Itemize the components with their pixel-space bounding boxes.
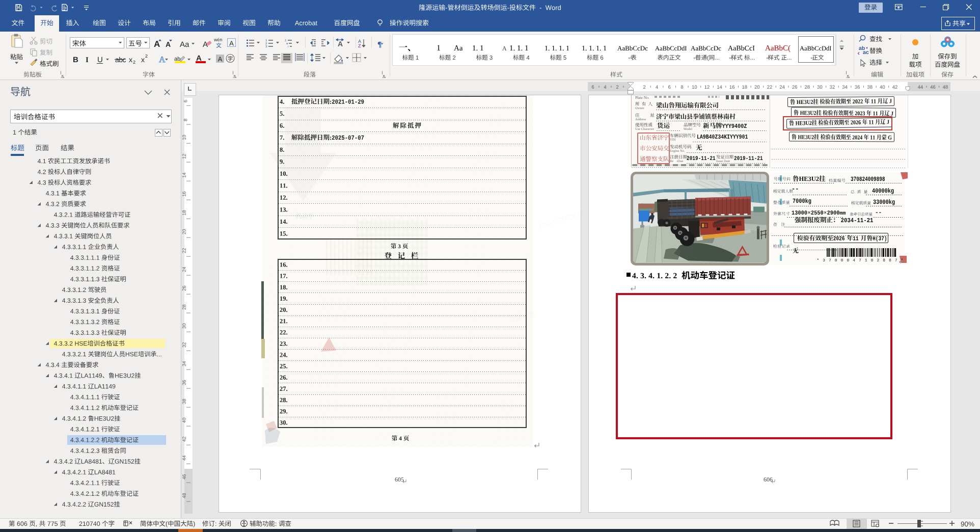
svg-text:2: 2: [265, 42, 267, 45]
svg-text:3: 3: [265, 45, 267, 48]
svg-text:a: a: [286, 42, 288, 45]
svg-text:A: A: [159, 55, 166, 64]
svg-text:¶: ¶: [377, 40, 382, 48]
svg-text:i: i: [288, 45, 288, 48]
svg-text:1: 1: [285, 39, 286, 42]
svg-text:1: 1: [265, 39, 267, 42]
